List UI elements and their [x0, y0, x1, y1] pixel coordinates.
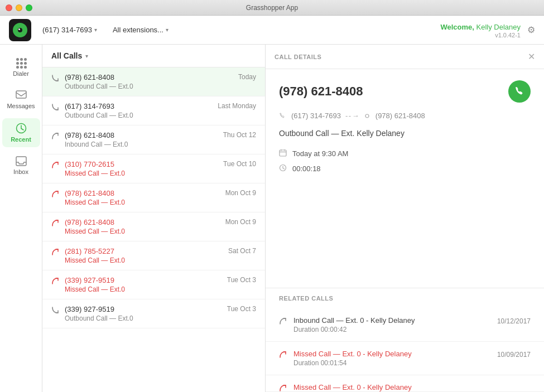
- version-text: v1.0.42-1: [440, 32, 521, 38]
- sidebar-item-label-recent: Recent: [11, 136, 31, 143]
- call-details-header: CALL DETAILS ✕: [266, 45, 544, 69]
- welcome-text: Welcome, Kelly Delaney: [440, 23, 521, 31]
- call-item[interactable]: (978) 621-8408 Missed Call — Ext.0 Mon O…: [42, 183, 265, 212]
- call-info: (978) 621-8408 Outbound Call — Ext.0: [65, 73, 233, 90]
- related-call-item[interactable]: Inbound Call — Ext. 0 - Kelly Delaney Du…: [266, 308, 544, 342]
- sidebar-item-label-inbox: Inbox: [13, 168, 28, 175]
- detail-date: Today at 9:30 AM: [292, 149, 348, 158]
- phone-chevron: ▾: [94, 27, 97, 33]
- detail-duration-row: 00:00:18: [279, 164, 531, 173]
- call-info: (281) 785-5227 Missed Call — Ext.0: [65, 247, 223, 264]
- call-list-panel: All Calls ▾ (978) 621-8408 Outbound Call…: [42, 45, 266, 392]
- phone-number: (617) 314-7693: [42, 26, 92, 34]
- related-call-icon: [279, 351, 287, 360]
- logo-eye: [18, 28, 22, 32]
- call-type: Missed Call — Ext.0: [65, 257, 223, 264]
- call-item[interactable]: (339) 927-9519 Outbound Call — Ext.0 Tue…: [42, 299, 265, 328]
- sidebar-item-recent[interactable]: Recent: [2, 118, 40, 147]
- clock-icon: [279, 164, 287, 173]
- detail-phone-number: (978) 621-8408: [279, 84, 363, 99]
- call-type: Missed Call — Ext.0: [65, 199, 220, 206]
- sidebar-item-messages[interactable]: Messages: [2, 86, 40, 114]
- call-type-icon: [51, 74, 59, 84]
- call-date: Last Monday: [218, 102, 256, 110]
- related-call-info: Inbound Call — Ext. 0 - Kelly Delaney Du…: [293, 316, 490, 333]
- related-call-desc: Missed Call — Ext. 0 - Kelly Delaney: [293, 350, 490, 358]
- call-item[interactable]: (339) 927-9519 Missed Call — Ext.0 Tue O…: [42, 270, 265, 299]
- call-date: Mon Oct 9: [225, 189, 256, 197]
- inbox-icon: [16, 156, 27, 166]
- filter-chevron[interactable]: ▾: [85, 53, 88, 59]
- call-number: (978) 621-8408: [65, 131, 218, 139]
- related-call-desc: Inbound Call — Ext. 0 - Kelly Delaney: [293, 316, 490, 325]
- call-list-header: All Calls ▾: [42, 45, 265, 67]
- dialer-icon: [16, 58, 26, 68]
- call-info: (978) 621-8408 Missed Call — Ext.0: [65, 189, 220, 206]
- call-item[interactable]: (978) 621-8408 Inbound Call — Ext.0 Thu …: [42, 125, 265, 154]
- call-info: (339) 927-9519 Outbound Call — Ext.0: [65, 305, 222, 322]
- related-call-icon: [279, 384, 287, 392]
- header-right: Welcome, Kelly Delaney v1.0.42-1 ⚙: [440, 22, 535, 38]
- call-type-icon: [51, 132, 59, 142]
- messages-icon: [16, 90, 27, 100]
- svg-rect-4: [280, 150, 286, 156]
- detail-number-row: (978) 621-8408: [279, 80, 531, 103]
- call-date: Tue Oct 10: [223, 160, 256, 168]
- call-list-items: (978) 621-8408 Outbound Call — Ext.0 Tod…: [42, 67, 265, 392]
- related-calls-header: RELATED CALLS: [266, 288, 544, 308]
- call-number: (978) 621-8408: [65, 218, 220, 226]
- related-calls-list: Inbound Call — Ext. 0 - Kelly Delaney Du…: [266, 308, 544, 392]
- call-type-icon: [51, 161, 59, 171]
- phone-icon: [514, 86, 525, 97]
- logo: [9, 19, 31, 41]
- related-call-item[interactable]: Missed Call — Ext. 0 - Kelly Delaney: [266, 375, 544, 392]
- call-item[interactable]: (978) 621-8408 Outbound Call — Ext.0 Tod…: [42, 67, 265, 96]
- maximize-button[interactable]: [26, 4, 32, 11]
- related-call-date: 10/09/2017: [497, 351, 531, 359]
- sidebar-item-inbox[interactable]: Inbox: [2, 152, 40, 180]
- call-info: (339) 927-9519 Missed Call — Ext.0: [65, 276, 222, 293]
- sidebar-item-dialer[interactable]: Dialer: [2, 54, 40, 81]
- call-item[interactable]: (978) 621-8408 Missed Call — Ext.0 Mon O…: [42, 212, 265, 241]
- call-info: (978) 621-8408 Missed Call — Ext.0: [65, 218, 220, 235]
- window-title: Grasshopper App: [246, 4, 298, 12]
- close-button[interactable]: [6, 4, 12, 11]
- call-details-panel: CALL DETAILS ✕ (978) 621-8408 (617) 314-…: [266, 45, 544, 392]
- main-layout: Dialer Messages Recent Inbox: [0, 45, 544, 392]
- detail-date-row: Today at 9:30 AM: [279, 149, 531, 158]
- sidebar: Dialer Messages Recent Inbox: [0, 45, 42, 392]
- ext-label: All extensions...: [113, 26, 163, 34]
- svg-rect-0: [16, 91, 26, 98]
- related-call-duration: Duration 00:01:54: [293, 359, 490, 367]
- call-item[interactable]: (617) 314-7693 Outbound Call — Ext.0 Las…: [42, 96, 265, 125]
- welcome-prefix: Welcome,: [440, 23, 474, 31]
- recent-icon: [16, 123, 27, 134]
- related-call-date: 10/12/2017: [497, 317, 531, 325]
- related-call-info: Missed Call — Ext. 0 - Kelly Delaney: [293, 383, 531, 391]
- related-call-item[interactable]: Missed Call — Ext. 0 - Kelly Delaney Dur…: [266, 342, 544, 375]
- sidebar-item-label-dialer: Dialer: [13, 70, 29, 77]
- call-date: Today: [238, 73, 256, 81]
- settings-icon[interactable]: ⚙: [527, 25, 535, 35]
- call-type-icon: [51, 219, 59, 229]
- close-button[interactable]: ✕: [528, 51, 535, 62]
- related-call-duration: Duration 00:00:42: [293, 326, 490, 333]
- call-number: (617) 314-7693: [65, 102, 212, 110]
- ext-selector[interactable]: All extensions... ▾: [108, 23, 173, 36]
- call-now-button[interactable]: [508, 80, 531, 103]
- call-item[interactable]: (281) 785-5227 Missed Call — Ext.0 Sat O…: [42, 241, 265, 270]
- call-number: (281) 785-5227: [65, 247, 223, 255]
- detail-meta: Today at 9:30 AM 00:00:18: [279, 149, 531, 173]
- call-type-icon: [51, 190, 59, 200]
- call-number: (339) 927-9519: [65, 276, 222, 284]
- window-controls: [6, 4, 32, 11]
- call-info: (310) 770-2615 Missed Call — Ext.0: [65, 160, 218, 177]
- route-arrow: - - →: [345, 112, 359, 120]
- minimize-button[interactable]: [16, 4, 22, 11]
- phone-selector[interactable]: (617) 314-7693 ▾: [38, 23, 102, 36]
- call-item[interactable]: (310) 770-2615 Missed Call — Ext.0 Tue O…: [42, 154, 265, 183]
- call-type: Outbound Call — Ext.0: [65, 314, 222, 322]
- call-date: Thu Oct 12: [223, 131, 256, 139]
- app-header: (617) 314-7693 ▾ All extensions... ▾ Wel…: [0, 16, 544, 45]
- call-type: Outbound Call — Ext.0: [65, 112, 212, 119]
